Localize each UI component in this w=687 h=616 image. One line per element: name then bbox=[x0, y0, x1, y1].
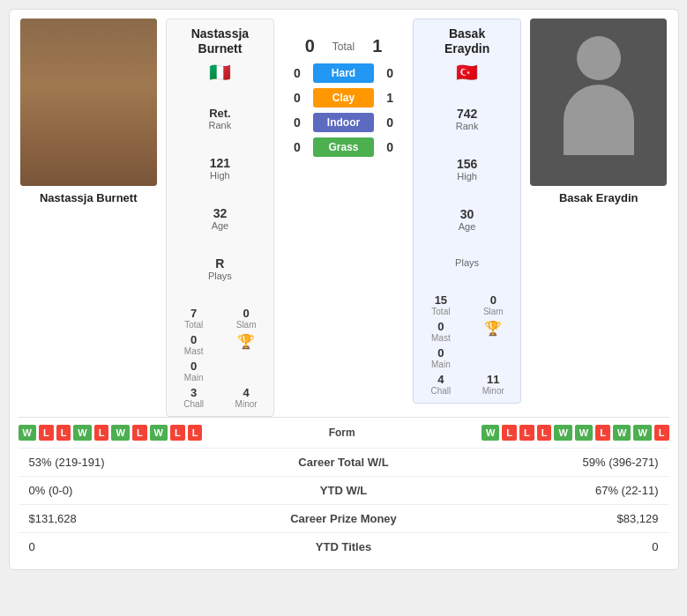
silhouette-body bbox=[564, 85, 634, 155]
form-badge-right: W bbox=[575, 425, 593, 441]
stat-center-label: Career Prize Money bbox=[246, 504, 441, 532]
right-high: 156 High bbox=[457, 153, 477, 185]
form-left-badges: WLLWLWLWLL bbox=[19, 425, 203, 441]
surface-score-right: 0 bbox=[381, 115, 399, 130]
form-badge-right: L bbox=[537, 425, 552, 441]
form-badge-right: W bbox=[482, 425, 499, 441]
form-section: WLLWLWLWLL Form WLLLWWLWWL bbox=[19, 417, 669, 441]
surface-badge: Grass bbox=[313, 137, 374, 157]
right-mast: 0 Mast bbox=[419, 320, 462, 343]
stat-left-val: $131,628 bbox=[19, 504, 246, 532]
stat-right-val: 67% (22-11) bbox=[441, 476, 668, 504]
form-badge-right: L bbox=[519, 425, 534, 441]
left-plays: R Plays bbox=[208, 253, 232, 285]
right-silhouette-container bbox=[564, 19, 634, 186]
form-badge-left: L bbox=[94, 425, 109, 441]
form-badge-left: W bbox=[73, 425, 91, 441]
surface-row: 0 Clay 1 bbox=[288, 88, 399, 108]
form-badge-left: L bbox=[188, 425, 203, 441]
left-stats-grid: 7 Total 0 Slam 0 Mast 🏆 0 Main bbox=[172, 307, 268, 409]
right-stats-grid: 15 Total 0 Slam 0 Mast 🏆 0 Main bbox=[419, 293, 515, 396]
top-row: Nastassja Burnett Nastassja Burnett 🇮🇹 R… bbox=[19, 19, 669, 417]
right-player-photo-block: Basak Eraydin bbox=[528, 19, 669, 204]
surface-score-left: 0 bbox=[288, 115, 306, 130]
left-high: 121 High bbox=[210, 152, 230, 184]
left-photo-face bbox=[20, 19, 157, 186]
right-player-photo bbox=[530, 19, 667, 186]
form-badge-right: L bbox=[595, 425, 610, 441]
surface-rows: 0 Hard 0 0 Clay 1 0 Indoor 0 0 Grass 0 bbox=[288, 63, 399, 157]
left-age: 32 Age bbox=[212, 203, 229, 234]
right-rank: 742 Rank bbox=[456, 103, 479, 135]
right-total: 15 Total bbox=[419, 293, 462, 316]
surface-score-right: 1 bbox=[381, 91, 399, 105]
surface-badge: Clay bbox=[313, 88, 374, 108]
left-flag: 🇮🇹 bbox=[209, 62, 231, 83]
surface-score-right: 0 bbox=[381, 66, 399, 80]
surface-score-right: 0 bbox=[381, 140, 399, 154]
form-badge-right: L bbox=[502, 425, 517, 441]
form-badge-right: L bbox=[654, 425, 669, 441]
surface-badge: Indoor bbox=[313, 113, 374, 132]
left-main: 0 Main bbox=[172, 360, 215, 382]
stats-table-row: 53% (219-191) Career Total W/L 59% (396-… bbox=[19, 448, 669, 476]
stat-center-label: YTD Titles bbox=[246, 532, 441, 560]
main-card: Nastassja Burnett Nastassja Burnett 🇮🇹 R… bbox=[9, 9, 679, 570]
left-total: 7 Total bbox=[172, 307, 215, 330]
left-rank: Ret. Rank bbox=[209, 103, 232, 134]
right-player-name: Basak Eraydin bbox=[444, 26, 489, 56]
surface-badge: Hard bbox=[313, 63, 374, 83]
stat-center-label: YTD W/L bbox=[246, 476, 441, 504]
right-stats-block: Basak Eraydin 🇹🇷 742 Rank 156 High 30 Ag… bbox=[413, 19, 521, 404]
form-badge-left: L bbox=[170, 425, 185, 441]
right-minor: 11 Minor bbox=[472, 373, 515, 396]
form-badge-left: L bbox=[132, 425, 147, 441]
total-score-left: 0 bbox=[305, 36, 315, 56]
right-age: 30 Age bbox=[459, 204, 476, 235]
left-trophy-icon: 🏆 bbox=[224, 333, 267, 356]
surface-row: 0 Indoor 0 bbox=[288, 113, 399, 132]
surface-score-left: 0 bbox=[288, 140, 306, 154]
stat-left-val: 53% (219-191) bbox=[19, 448, 246, 476]
total-score-right: 1 bbox=[372, 36, 382, 56]
right-main: 0 Main bbox=[419, 346, 462, 369]
right-plays: Plays bbox=[455, 254, 479, 271]
right-player-name-under-photo: Basak Eraydin bbox=[559, 191, 638, 204]
left-minor: 4 Minor bbox=[224, 386, 267, 409]
surface-score-left: 0 bbox=[288, 66, 306, 80]
right-slam: 0 Slam bbox=[472, 293, 515, 316]
form-title: Form bbox=[205, 427, 477, 439]
stat-right-val: 0 bbox=[441, 532, 668, 560]
stats-table-row: $131,628 Career Prize Money $83,129 bbox=[19, 504, 669, 532]
form-badge-right: W bbox=[633, 425, 651, 441]
stats-table: 53% (219-191) Career Total W/L 59% (396-… bbox=[19, 448, 669, 560]
left-chall: 3 Chall bbox=[172, 386, 215, 409]
total-row: 0 Total 1 bbox=[305, 36, 383, 56]
form-badge-left: W bbox=[111, 425, 129, 441]
stat-left-val: 0 bbox=[19, 532, 246, 560]
left-player-photo-block: Nastassja Burnett bbox=[19, 19, 160, 204]
form-badge-right: W bbox=[554, 425, 571, 441]
trophy-right: 🏆 bbox=[484, 321, 502, 336]
right-chall: 4 Chall bbox=[419, 373, 462, 396]
stat-center-label: Career Total W/L bbox=[246, 448, 441, 476]
center-block: 0 Total 1 0 Hard 0 0 Clay 1 0 Indoor 0 0… bbox=[281, 19, 406, 166]
right-flag: 🇹🇷 bbox=[456, 62, 478, 83]
silhouette-head bbox=[577, 36, 621, 80]
stat-right-val: 59% (396-271) bbox=[441, 448, 668, 476]
stat-right-val: $83,129 bbox=[441, 504, 668, 532]
left-player-name-under-photo: Nastassja Burnett bbox=[40, 191, 138, 204]
right-trophy-icon: 🏆 bbox=[472, 320, 515, 343]
stat-left-val: 0% (0-0) bbox=[19, 476, 246, 504]
stats-table-row: 0% (0-0) YTD W/L 67% (22-11) bbox=[19, 476, 669, 504]
left-player-name: Nastassja Burnett bbox=[191, 26, 249, 56]
form-badge-left: L bbox=[56, 425, 71, 441]
form-badge-right: W bbox=[613, 425, 631, 441]
surface-score-left: 0 bbox=[288, 91, 306, 105]
surface-row: 0 Hard 0 bbox=[288, 63, 399, 83]
surface-row: 0 Grass 0 bbox=[288, 137, 399, 157]
left-slam: 0 Slam bbox=[224, 307, 267, 330]
form-badge-left: W bbox=[19, 425, 36, 441]
left-stats-block: Nastassja Burnett 🇮🇹 Ret. Rank 121 High … bbox=[166, 19, 274, 417]
trophy-left: 🏆 bbox=[237, 334, 255, 349]
